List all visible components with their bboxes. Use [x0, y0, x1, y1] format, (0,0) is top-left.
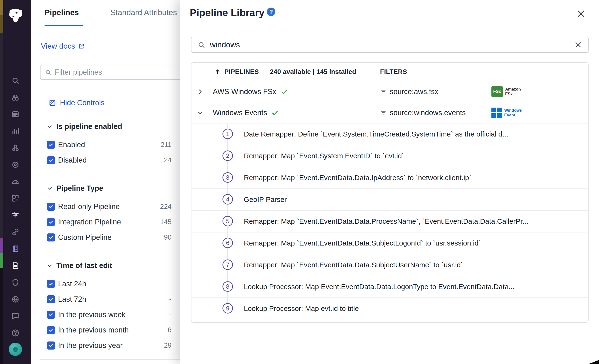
- sidebar-nav: [0, 76, 31, 337]
- clear-search-button[interactable]: [574, 41, 582, 49]
- close-button[interactable]: [576, 9, 586, 19]
- integrations-icon[interactable]: [11, 194, 20, 203]
- filter-pipelines-input[interactable]: Filter pipelines: [40, 65, 192, 80]
- facet-label[interactable]: Custom Pipeline: [58, 233, 112, 242]
- facet-row: In the previous month 6: [47, 322, 172, 338]
- checkbox-checked[interactable]: [47, 233, 55, 241]
- checkbox-checked[interactable]: [47, 203, 55, 211]
- tab-pipelines[interactable]: Pipelines: [44, 8, 79, 17]
- bar-chart-icon[interactable]: [11, 127, 20, 135]
- facet-label[interactable]: Last 24h: [58, 280, 86, 288]
- pipeline-step-row[interactable]: 9 Lookup Processor: Map evt.id to title: [192, 298, 588, 319]
- pipeline-step-row[interactable]: 3 Remapper: Map `Event.EventData.Data.Ip…: [192, 167, 588, 189]
- chevron-right-icon[interactable]: [197, 89, 203, 95]
- list-icon[interactable]: [11, 110, 20, 118]
- facet-count: 145: [160, 218, 172, 226]
- hide-controls-icon: [49, 99, 56, 107]
- checkbox-checked[interactable]: [47, 341, 55, 350]
- chevron-down-icon: [47, 124, 53, 129]
- pipeline-step-row[interactable]: 4 GeoIP Parser: [192, 189, 588, 211]
- help-badge-icon[interactable]: ?: [267, 8, 275, 16]
- source-filter-chip[interactable]: source:windows.events: [380, 108, 466, 117]
- checkbox-checked[interactable]: [47, 311, 55, 319]
- gauge-icon[interactable]: [11, 177, 20, 186]
- close-icon: [574, 41, 582, 49]
- external-link-icon: [78, 43, 85, 50]
- chat-bubble-icon[interactable]: [11, 312, 20, 320]
- facet-section-time-of-last-edit: Time of last edit Last 24h - Last 72h -: [47, 261, 172, 353]
- facet-label[interactable]: Read-only Pipeline: [58, 202, 120, 211]
- facet-label[interactable]: In the previous week: [58, 311, 125, 319]
- help-icon[interactable]: [11, 329, 20, 337]
- service-map-icon[interactable]: [11, 160, 20, 169]
- step-number-badge: 3: [222, 172, 233, 183]
- process-cluster-icon[interactable]: [11, 144, 20, 152]
- pipeline-step-row[interactable]: 2 Remapper: Map `Event.System.EventID` t…: [192, 145, 588, 167]
- tab-standard-attributes[interactable]: Standard Attributes: [110, 8, 177, 17]
- pipeline-step-row[interactable]: 7 Remapper: Map `Event.EventData.Data.Su…: [192, 254, 588, 276]
- source-filter-chip[interactable]: source:aws.fsx: [380, 88, 438, 96]
- pipelines-filter-icon[interactable]: [11, 211, 20, 219]
- facet-label[interactable]: Last 72h: [58, 295, 86, 303]
- chevron-down-icon[interactable]: [197, 110, 203, 116]
- step-description: Remapper: Map `Event.EventData.Data.IpAd…: [244, 174, 471, 182]
- shield-icon[interactable]: [11, 278, 20, 287]
- step-description: Remapper: Map `Event.EventData.Data.Subj…: [244, 261, 463, 269]
- checkbox-checked[interactable]: [47, 141, 55, 149]
- logs-icon[interactable]: [11, 261, 20, 270]
- checkbox-checked[interactable]: [47, 295, 55, 303]
- filter-placeholder: Filter pipelines: [55, 68, 102, 77]
- facet-count: 224: [160, 203, 172, 210]
- datadog-dog-icon: [7, 7, 24, 25]
- pipeline-library-modal: Pipeline Library ? windows PIPELINES 240…: [180, 0, 599, 364]
- step-description: Lookup Processor: Map Event.EventData.Da…: [244, 283, 514, 291]
- hide-controls-button[interactable]: Hide Controls: [49, 98, 105, 107]
- edge-strip: [0, 0, 3, 364]
- library-search-input[interactable]: windows: [191, 37, 589, 53]
- pipeline-step-row[interactable]: 5 Remapper: Map `Event.EventData.Data.Pr…: [192, 211, 588, 232]
- column-header-filters: FILTERS: [380, 68, 407, 76]
- sort-ascending-icon[interactable]: [214, 69, 221, 75]
- facet-section-header[interactable]: Pipeline Type: [47, 184, 172, 193]
- notebook-icon[interactable]: [11, 245, 20, 253]
- user-avatar[interactable]: [9, 343, 22, 356]
- facet-label[interactable]: In the previous month: [58, 326, 129, 334]
- facet-section-header[interactable]: Is pipeline enabled: [47, 122, 172, 131]
- amazon-fsx-logo: FSx Amazon FSx: [491, 86, 521, 98]
- checkbox-checked[interactable]: [47, 280, 55, 288]
- pipeline-step-row[interactable]: 6 Remapper: Map `Event.EventData.Data.Su…: [192, 232, 588, 254]
- facet-count: -: [169, 280, 172, 288]
- cursor-pointer: [589, 360, 599, 364]
- chevron-down-icon: [47, 263, 53, 268]
- facet-label[interactable]: Enabled: [58, 141, 85, 149]
- pipeline-row-aws-windows-fsx[interactable]: AWS Windows FSx source:aws.fsx FSx Amazo…: [192, 81, 588, 102]
- facet-section-header[interactable]: Time of last edit: [47, 261, 172, 270]
- checkbox-checked[interactable]: [47, 218, 55, 226]
- search-icon[interactable]: [11, 76, 20, 85]
- facet-label[interactable]: Integration Pipeline: [58, 218, 121, 226]
- checkbox-checked[interactable]: [47, 326, 55, 334]
- pipeline-step-row[interactable]: 8 Lookup Processor: Map Event.EventData.…: [192, 276, 588, 298]
- link-icon[interactable]: [11, 228, 20, 236]
- filter-query: source:aws.fsx: [390, 88, 438, 96]
- pipeline-name: Windows Events: [213, 108, 267, 117]
- pipeline-step-row[interactable]: 1 Date Remapper: Define `Event.System.Ti…: [192, 124, 588, 145]
- facet-count: 211: [161, 141, 172, 149]
- pipeline-row-windows-events[interactable]: Windows Events source:windows.events Win…: [192, 102, 588, 124]
- search-icon: [198, 41, 205, 49]
- chevron-down-icon: [47, 186, 53, 191]
- checkbox-checked[interactable]: [47, 156, 55, 164]
- datadog-logo[interactable]: [0, 3, 31, 29]
- facet-count: 6: [168, 326, 172, 334]
- filter-query: source:windows.events: [390, 108, 466, 117]
- view-docs-link[interactable]: View docs: [41, 42, 85, 51]
- facet-row: Last 24h -: [47, 276, 172, 292]
- binoculars-icon[interactable]: [11, 93, 20, 102]
- facet-label[interactable]: In the previous year: [58, 341, 123, 350]
- facet-label[interactable]: Disabled: [58, 156, 87, 164]
- globe-icon[interactable]: [11, 295, 20, 303]
- column-header-pipelines[interactable]: PIPELINES: [224, 68, 259, 76]
- close-icon: [576, 9, 586, 19]
- logo-label-line: Windows: [504, 108, 522, 113]
- logo-label-line: Amazon: [505, 87, 521, 92]
